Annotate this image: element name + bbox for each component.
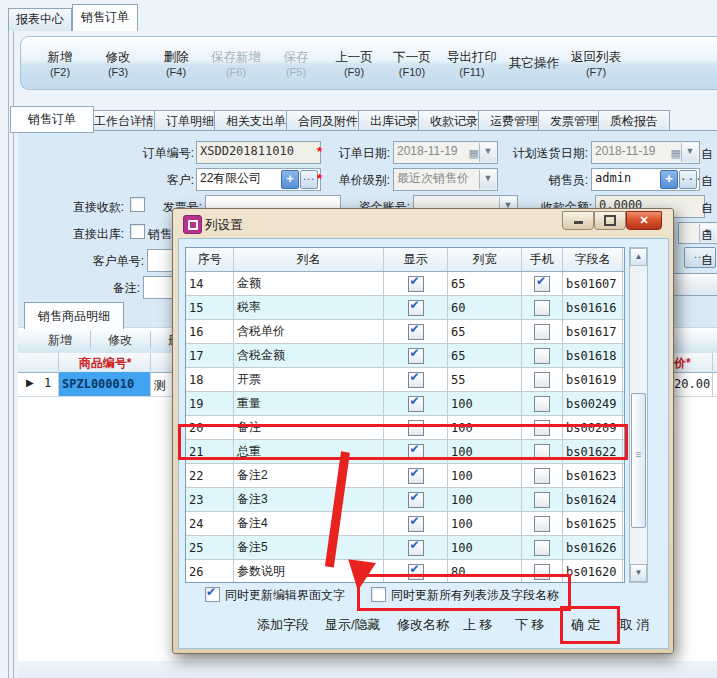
direct-receipt-checkbox[interactable] — [130, 197, 145, 212]
scroll-up-icon[interactable]: ▲ — [630, 248, 647, 266]
toolbar-button[interactable]: 上一页(F9) — [325, 47, 383, 80]
left-splitter-line[interactable] — [8, 28, 9, 678]
product-edit-button[interactable]: 修改 — [96, 332, 144, 349]
chevron-down-icon[interactable]: ▼ — [681, 143, 698, 162]
toolbar-button[interactable]: 新增(F2) — [31, 47, 89, 80]
column-row-16[interactable]: 16含税单价65bs01617 — [186, 320, 624, 344]
show-checkbox[interactable] — [408, 492, 424, 508]
mobile-checkbox[interactable] — [534, 444, 550, 460]
add-field-button[interactable]: 添加字段 — [257, 616, 309, 634]
column-header-2[interactable]: 列名 — [234, 248, 384, 271]
product-name-cell-clipped[interactable]: 测 — [154, 377, 166, 394]
column-header-6[interactable]: 字段名 — [563, 248, 623, 271]
column-row-15[interactable]: 15税率60bs01616 — [186, 296, 624, 320]
customer-input[interactable]: 22有限公司 + ... — [196, 168, 321, 191]
order-date-input[interactable]: 2018-11-19 ▦▼ — [393, 141, 498, 164]
price-level-select[interactable]: 最近次销售价 ▼ — [393, 168, 498, 191]
mobile-checkbox[interactable] — [534, 516, 550, 532]
rename-button[interactable]: 修改名称 — [397, 616, 449, 634]
detail-tab-1[interactable]: 销售订单 — [10, 106, 94, 133]
add-customer-button[interactable]: + — [281, 170, 299, 189]
column-header-1[interactable]: 序号 — [186, 248, 234, 271]
product-code-header[interactable]: 商品编号* — [60, 355, 150, 372]
column-row-18[interactable]: 18开票55bs01619 — [186, 368, 624, 392]
column-row-17[interactable]: 17含税金额65bs01618 — [186, 344, 624, 368]
toolbar-button[interactable]: 修改(F3) — [89, 47, 147, 80]
column-header-5[interactable]: 手机 — [522, 248, 563, 271]
show-checkbox[interactable] — [408, 516, 424, 532]
mobile-checkbox[interactable] — [534, 420, 550, 436]
order-no-input[interactable]: XSDD201811010 — [196, 141, 321, 164]
show-checkbox[interactable] — [408, 300, 424, 316]
product-price-header-clipped[interactable]: 价* — [674, 355, 691, 372]
show-checkbox[interactable] — [408, 348, 424, 364]
column-row-20[interactable]: 20备注100bs00209 — [186, 416, 624, 440]
column-row-22[interactable]: 22备注2100bs01623 — [186, 464, 624, 488]
mobile-checkbox[interactable] — [534, 540, 550, 556]
browse-salesman-button[interactable]: ... — [679, 170, 697, 189]
show-checkbox[interactable] — [408, 444, 424, 460]
toolbar-button[interactable]: 其它操作 — [503, 53, 565, 74]
toolbar-button[interactable]: 保存新增(F6) — [205, 47, 267, 80]
mobile-checkbox[interactable] — [534, 492, 550, 508]
window-tab-sales-order[interactable]: 销售订单 — [72, 4, 138, 31]
scrollbar-thumb[interactable] — [631, 393, 646, 528]
show-checkbox[interactable] — [408, 276, 424, 292]
show-checkbox[interactable] — [408, 468, 424, 484]
product-price-cell[interactable]: 20.00 — [674, 377, 710, 391]
column-row-21[interactable]: 21总重100bs01622 — [186, 440, 624, 464]
cell-name: 备注4 — [234, 512, 384, 535]
minimize-button[interactable] — [562, 211, 594, 230]
chevron-down-icon[interactable]: ▼ — [479, 170, 496, 189]
update-edit-ui-checkbox[interactable] — [205, 587, 220, 602]
browse-customer-button[interactable]: ... — [300, 170, 318, 189]
mobile-checkbox[interactable] — [534, 324, 550, 340]
toolbar-button[interactable]: 返回列表(F7) — [565, 47, 627, 80]
show-checkbox[interactable] — [408, 564, 424, 580]
show-checkbox[interactable] — [408, 396, 424, 412]
toolbar-button[interactable]: 下一页(F10) — [383, 47, 441, 80]
toolbar-button[interactable]: 删除(F4) — [147, 47, 205, 80]
cell-name: 重量 — [234, 392, 384, 415]
close-button[interactable]: ✕ — [626, 211, 662, 230]
column-row-24[interactable]: 24备注4100bs01625 — [186, 512, 624, 536]
show-checkbox[interactable] — [408, 420, 424, 436]
update-all-lists-checkbox[interactable] — [371, 587, 386, 602]
column-row-23[interactable]: 23备注3100bs01624 — [186, 488, 624, 512]
plan-date-input[interactable]: 2018-11-19 ▦▼ — [591, 141, 700, 164]
mobile-checkbox[interactable] — [534, 396, 550, 412]
salesman-input[interactable]: admin + ... — [591, 168, 700, 191]
show-checkbox[interactable] — [408, 540, 424, 556]
mobile-checkbox[interactable] — [534, 468, 550, 484]
window-tab-report-center[interactable]: 报表中心 — [8, 8, 72, 31]
column-row-14[interactable]: 14金额65bs01607 — [186, 272, 624, 296]
mobile-checkbox[interactable] — [534, 300, 550, 316]
scroll-down-icon[interactable]: ▼ — [630, 564, 647, 582]
show-hide-button[interactable]: 显示/隐藏 — [325, 616, 381, 634]
cancel-button[interactable]: 取 消 — [620, 616, 650, 634]
mobile-checkbox[interactable] — [534, 348, 550, 364]
confirm-button[interactable]: 确 定 — [571, 616, 601, 634]
column-row-25[interactable]: 25备注5100bs01626 — [186, 536, 624, 560]
mobile-checkbox[interactable] — [534, 564, 550, 580]
move-down-button[interactable]: 下 移 — [515, 616, 545, 634]
column-row-19[interactable]: 19重量100bs00249 — [186, 392, 624, 416]
column-row-26[interactable]: 26参数说明80bs01620 — [186, 560, 624, 583]
product-add-button[interactable]: 新增 — [36, 332, 84, 349]
mobile-checkbox[interactable] — [534, 372, 550, 388]
product-detail-tab[interactable]: 销售商品明细 — [24, 302, 124, 329]
column-header-3[interactable]: 显示 — [384, 248, 448, 271]
move-up-button[interactable]: 上 移 — [463, 616, 493, 634]
toolbar-button[interactable]: 保存(F5) — [267, 47, 325, 80]
grid-scrollbar[interactable]: ▲ ▼ — [629, 247, 648, 583]
product-code-cell[interactable]: SPZL000010 — [59, 372, 150, 396]
column-header-4[interactable]: 列宽 — [448, 248, 522, 271]
direct-outbound-checkbox[interactable] — [130, 224, 145, 239]
add-salesman-button[interactable]: + — [660, 170, 678, 189]
clipped-button-fragment[interactable] — [667, 273, 717, 296]
show-checkbox[interactable] — [408, 324, 424, 340]
toolbar-button[interactable]: 导出打印(F11) — [441, 47, 503, 80]
maximize-button[interactable] — [594, 211, 626, 230]
show-checkbox[interactable] — [408, 372, 424, 388]
mobile-checkbox[interactable] — [534, 276, 550, 292]
